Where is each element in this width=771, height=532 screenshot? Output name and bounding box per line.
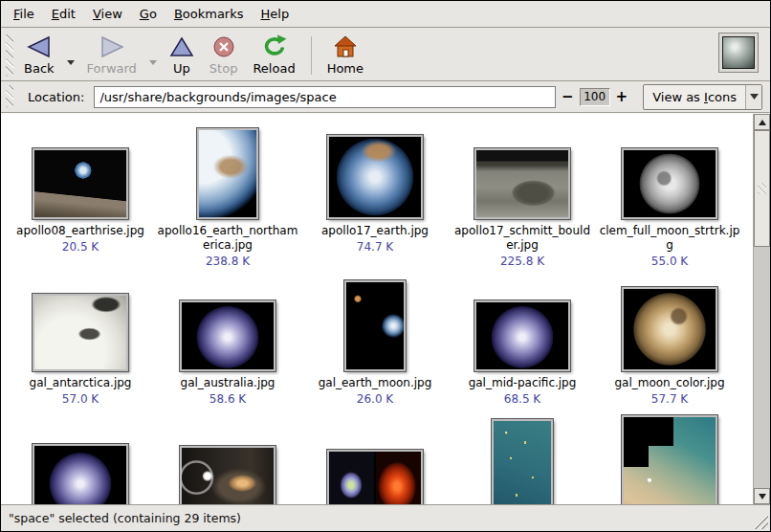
file-size: 20.5 K [62, 240, 99, 254]
thumbnail-area [622, 276, 717, 371]
file-item-apollo08_earthrise.jpg[interactable]: apollo08_earthrise.jpg20.5 K [7, 123, 154, 268]
file-thumbnail [33, 444, 128, 504]
file-size: 58.6 K [209, 392, 246, 406]
home-icon [331, 34, 360, 59]
file-item[interactable] [449, 413, 596, 504]
forward-button[interactable]: Forward [79, 31, 144, 78]
up-button[interactable]: Up [162, 31, 202, 78]
file-item-gal_australia.jpg[interactable]: gal_australia.jpg58.6 K [154, 276, 301, 406]
file-item[interactable] [301, 413, 449, 504]
menu-edit[interactable]: Edit [43, 2, 84, 26]
file-thumbnail [33, 148, 128, 219]
stop-button[interactable]: Stop [202, 31, 246, 78]
throbber-frame [718, 33, 759, 73]
scroll-down-button[interactable] [754, 488, 770, 504]
file-size: 68.5 K [504, 392, 540, 406]
thumbnail-area [344, 276, 406, 371]
file-thumbnail [492, 419, 553, 504]
menu-go[interactable]: Go [131, 2, 165, 26]
menu-file[interactable]: File [5, 2, 43, 26]
file-item-gal_antarctica.jpg[interactable]: gal_antarctica.jpg57.0 K [7, 276, 154, 406]
file-thumbnail [197, 128, 258, 219]
thumbnail-area [622, 123, 717, 219]
chevron-down-icon [66, 59, 76, 66]
view-as-dropdown[interactable]: View as Icons [643, 84, 762, 110]
file-thumbnail [622, 415, 717, 504]
zoom-level-indicator: 100 [580, 88, 610, 106]
arrow-up-icon [759, 120, 766, 125]
reload-icon [260, 34, 289, 59]
file-item[interactable] [7, 413, 154, 504]
file-item[interactable] [596, 413, 743, 504]
file-thumbnail [474, 300, 570, 371]
stop-icon [211, 34, 236, 59]
file-thumbnail [180, 446, 275, 504]
thumbnail-area [474, 276, 570, 371]
file-size: 57.0 K [62, 392, 99, 406]
toolbar: Back Forward Up Stop [1, 28, 770, 81]
file-item-gal_mid-pacific.jpg[interactable]: gal_mid-pacific.jpg68.5 K [449, 276, 596, 406]
icon-grid-row: apollo08_earthrise.jpg20.5 Kapollo16_ear… [7, 123, 753, 268]
file-thumbnail [327, 450, 423, 504]
toolbar-separator [311, 36, 312, 75]
file-thumbnail [622, 148, 717, 219]
thumbnail-area [180, 276, 275, 371]
up-icon [169, 34, 194, 59]
file-name: apollo17_earth.jpg [321, 224, 429, 238]
file-name: gal_australia.jpg [181, 376, 275, 390]
file-item-gal_earth_moon.jpg[interactable]: gal_earth_moon.jpg26.0 K [301, 276, 449, 406]
file-name: gal_moon_color.jpg [614, 376, 724, 390]
scroll-up-button[interactable] [754, 114, 770, 130]
chevron-down-icon[interactable] [745, 85, 761, 109]
file-size: 26.0 K [357, 392, 393, 406]
thumbnail-area [327, 123, 423, 219]
thumbnail-area [33, 123, 128, 219]
back-history-dropdown[interactable] [62, 50, 79, 72]
locationbar-drag-handle[interactable] [6, 85, 13, 108]
file-item-apollo17_earth.jpg[interactable]: apollo17_earth.jpg74.7 K [301, 123, 449, 268]
file-thumbnail [33, 294, 128, 371]
forward-history-dropdown[interactable] [144, 50, 162, 72]
file-name: gal_antarctica.jpg [30, 376, 132, 390]
menubar: File Edit View Go Bookmarks Help [1, 1, 770, 28]
scrollbar-track[interactable] [754, 130, 770, 488]
file-size: 74.7 K [357, 240, 393, 254]
forward-icon [99, 34, 124, 59]
statusbar: "space" selected (containing 29 items) [1, 504, 770, 531]
file-grid: apollo08_earthrise.jpg20.5 Kapollo16_ear… [1, 114, 753, 504]
file-name: apollo08_earthrise.jpg [16, 224, 144, 238]
zoom-in-button[interactable]: + [610, 88, 634, 105]
thumbnail-area [33, 413, 128, 504]
statusbar-text: "space" selected (containing 29 items) [9, 511, 241, 525]
icon-view: apollo08_earthrise.jpg20.5 Kapollo16_ear… [1, 113, 770, 504]
thumbnail-area [492, 413, 553, 504]
thumbnail-area [180, 413, 275, 504]
file-item[interactable] [154, 413, 301, 504]
zoom-out-button[interactable]: − [556, 88, 580, 105]
toolbar-drag-handle[interactable] [6, 34, 13, 77]
window-resize-grip[interactable] [752, 513, 768, 529]
file-name: apollo17_schmitt_boulder.jpg [452, 224, 593, 253]
vertical-scrollbar[interactable] [753, 114, 770, 504]
back-button[interactable]: Back [16, 31, 62, 78]
scrollbar-thumb[interactable] [754, 130, 770, 247]
file-item-apollo16_earth_northamerica.jpg[interactable]: apollo16_earth_northamerica.jpg238.8 K [154, 123, 301, 268]
menu-help[interactable]: Help [253, 2, 298, 26]
location-input[interactable] [94, 86, 556, 108]
file-item-apollo17_schmitt_boulder.jpg[interactable]: apollo17_schmitt_boulder.jpg225.8 K [449, 123, 596, 268]
thumbnail-area [474, 123, 570, 219]
file-thumbnail [622, 287, 717, 371]
file-item-clem_full_moon_strtrk.jpg[interactable]: clem_full_moon_strtrk.jpg55.0 K [596, 123, 743, 268]
icon-grid-row: gal_antarctica.jpg57.0 Kgal_australia.jp… [7, 276, 753, 406]
file-thumbnail [474, 148, 570, 219]
thumbnail-area [622, 413, 717, 504]
menu-bookmarks[interactable]: Bookmarks [165, 2, 253, 26]
chevron-down-icon [148, 59, 158, 66]
reload-button[interactable]: Reload [245, 31, 302, 78]
back-icon [27, 34, 52, 59]
menu-view[interactable]: View [84, 2, 131, 26]
file-item-gal_moon_color.jpg[interactable]: gal_moon_color.jpg57.7 K [596, 276, 743, 406]
file-manager-window: File Edit View Go Bookmarks Help Back Fo… [0, 0, 771, 532]
home-button[interactable]: Home [319, 31, 371, 78]
file-thumbnail [180, 300, 275, 371]
